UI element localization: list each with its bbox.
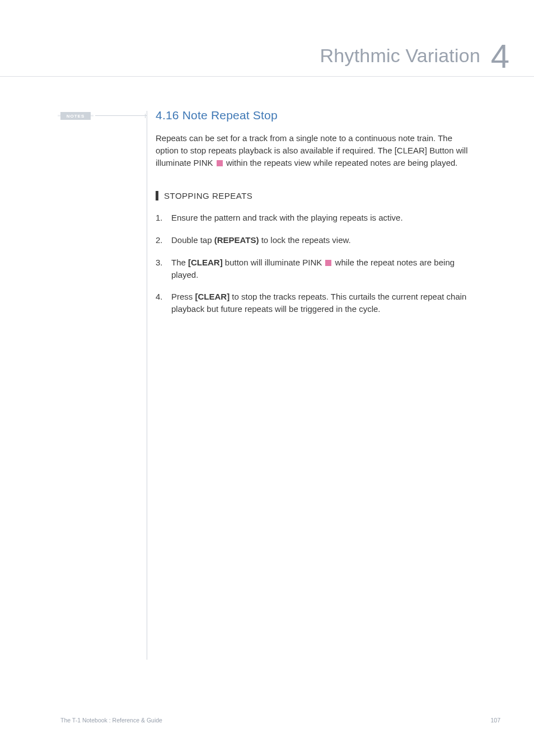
step-bold: (REPEATS) [214, 235, 259, 245]
step-bold: [CLEAR] [188, 258, 223, 267]
step-text: Press [171, 292, 195, 301]
page-header: Rhythmic Variation 4 [0, 45, 534, 78]
chapter-title: Rhythmic Variation [320, 45, 480, 67]
divider-tick [145, 114, 146, 118]
list-item: The [CLEAR] button will illuminate PINK … [156, 256, 469, 281]
list-item: Ensure the pattern and track with the pl… [156, 212, 469, 224]
step-text: Double tap [171, 235, 214, 245]
page-footer: The T-1 Notebook : Reference & Guide 107 [60, 717, 500, 724]
step-text: The [171, 258, 188, 267]
subsection-bar: STOPPING REPEATS [156, 191, 469, 200]
step-text: Ensure the pattern and track with the pl… [171, 213, 403, 222]
steps-list: Ensure the pattern and track with the pl… [156, 212, 469, 315]
step-bold: [CLEAR] [195, 292, 230, 301]
chapter-number: 4 [491, 37, 509, 76]
pink-square-icon [217, 160, 223, 166]
notes-tab: NOTES [60, 112, 91, 120]
intro-paragraph: Repeats can be set for a track from a si… [156, 132, 469, 169]
footer-page-number: 107 [490, 717, 500, 724]
pink-square-icon [325, 260, 331, 266]
divider-horizontal [95, 115, 147, 116]
subsection-title: STOPPING REPEATS [164, 191, 469, 200]
step-text: button will illuminate PINK [223, 258, 325, 267]
footer-left: The T-1 Notebook : Reference & Guide [60, 717, 162, 724]
section-title: 4.16 Note Repeat Stop [156, 109, 469, 122]
page: Rhythmic Variation 4 NOTES 4.16 Note Rep… [0, 0, 534, 756]
step-text: to lock the repeats view. [259, 235, 350, 245]
intro-text-2: within the repeats view while repeated n… [224, 158, 458, 167]
content-area: 4.16 Note Repeat Stop Repeats can be set… [156, 109, 469, 325]
list-item: Double tap (REPEATS) to lock the repeats… [156, 234, 469, 246]
header-rule [0, 76, 534, 77]
divider-vertical [147, 111, 147, 660]
list-item: Press [CLEAR] to stop the tracks repeats… [156, 291, 469, 315]
